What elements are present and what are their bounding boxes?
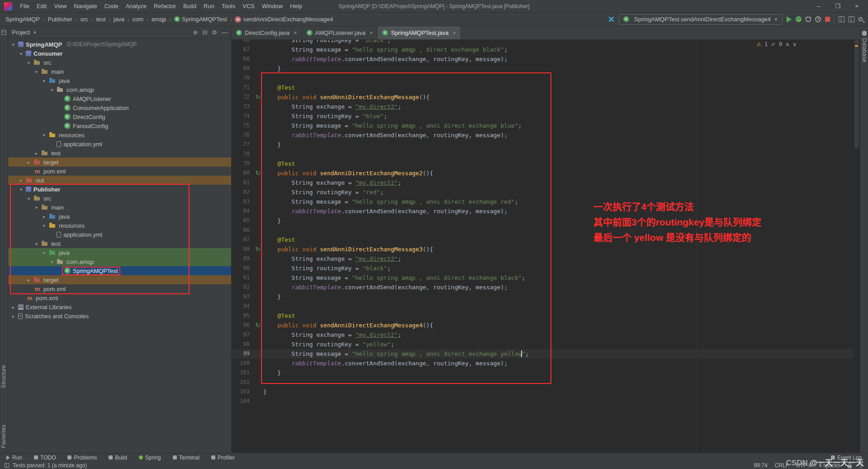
breadcrumb-item-com[interactable]: com: [133, 16, 144, 23]
code-line-97[interactable]: 97 String exchange = "my.direct2";: [232, 330, 854, 340]
chevron-down-icon[interactable]: ▾: [25, 60, 32, 65]
minimize-icon[interactable]: –: [809, 0, 828, 12]
structure-toolwindow-button[interactable]: Structure: [0, 365, 7, 388]
tree-item-com-amqp[interactable]: ▾com.amqp: [8, 85, 231, 94]
hide-panel-icon[interactable]: —: [222, 29, 228, 36]
tab-directconfig-java[interactable]: CDirectConfig.java×: [232, 26, 302, 39]
code-line-77[interactable]: 77 }: [232, 140, 854, 149]
chevron-down-icon[interactable]: ▾: [33, 205, 40, 210]
chevron-down-icon[interactable]: ▾: [48, 259, 55, 264]
breadcrumb-item-springamqp[interactable]: SpringAMQP: [5, 16, 40, 23]
tree-item-consumerapplication[interactable]: CConsumerApplication: [8, 103, 231, 112]
tree-item-amqplistener[interactable]: CAMQPListener: [8, 94, 231, 103]
tab-springamqptest-java[interactable]: CSpringAMQPTest.java×: [378, 26, 461, 39]
code-line-98[interactable]: 98 String routingKey = "yellow";: [232, 340, 854, 349]
code-line-71[interactable]: 71 @Test: [232, 83, 854, 92]
menu-build[interactable]: Build: [180, 0, 200, 12]
code-line-91[interactable]: 91 String message = "hello spring amqp ,…: [232, 273, 854, 282]
code-line-79[interactable]: 79 @Test: [232, 159, 854, 168]
chevron-down-icon[interactable]: ▾: [33, 241, 40, 246]
project-toolwindow-icon[interactable]: [1, 30, 6, 35]
breadcrumb-item-amqp[interactable]: amqp: [152, 16, 166, 23]
breadcrumb-item-src[interactable]: src: [80, 16, 88, 23]
tree-item-test[interactable]: ▸test: [8, 148, 231, 158]
stop-button[interactable]: [825, 17, 830, 22]
toolwindow-button-problems[interactable]: Problems: [67, 455, 97, 461]
run-button[interactable]: [787, 16, 792, 23]
chevron-right-icon[interactable]: ▸: [10, 305, 17, 310]
tree-item-out[interactable]: ▸out: [8, 176, 231, 185]
menu-tools[interactable]: Tools: [218, 0, 239, 12]
toolwindow-button-profiler[interactable]: Profiler: [211, 455, 235, 461]
chevron-down-icon[interactable]: ▾: [41, 223, 47, 228]
code-line-102[interactable]: 102: [232, 378, 854, 387]
menu-vcs[interactable]: VCS: [239, 0, 258, 12]
tree-item-springamqp[interactable]: ▾SpringAMQPD:\IDEAProject\SpringAMQP: [8, 40, 231, 49]
code-line-94[interactable]: 94: [232, 302, 854, 311]
tree-item-test[interactable]: ▾test: [8, 239, 231, 248]
menu-window[interactable]: Window: [258, 0, 286, 12]
tree-item-application-yml[interactable]: application.yml: [8, 230, 231, 239]
chevron-right-icon[interactable]: ▸: [25, 160, 32, 165]
code-line-99[interactable]: 99 String message = "hello spring amqp ,…: [232, 349, 854, 359]
code-line-81[interactable]: 81 String exchange = "my.direct2";: [232, 178, 854, 187]
toolwindow-switcher-icon[interactable]: [5, 463, 9, 468]
code-line-80[interactable]: 80↻ public void sendAnniDirectExchangMes…: [232, 168, 854, 178]
toolwindow-button-run[interactable]: Run: [6, 455, 22, 461]
code-line-75[interactable]: 75 String message = "hello spring amqp ,…: [232, 121, 854, 130]
menu-file[interactable]: File: [16, 0, 33, 12]
chevron-right-icon[interactable]: ▸: [18, 178, 24, 183]
editor-scrollbar[interactable]: [854, 40, 859, 148]
menu-code[interactable]: Code: [101, 0, 122, 12]
run-test-icon[interactable]: ↻: [252, 321, 263, 330]
debug-button[interactable]: [796, 16, 802, 22]
menu-refactor[interactable]: Refactor: [150, 0, 180, 12]
code-line-69[interactable]: 69 }: [232, 64, 854, 73]
breadcrumb-item-test[interactable]: test: [96, 16, 105, 23]
code-line-96[interactable]: 96↻ public void sendAnniDirectExchangMes…: [232, 321, 854, 330]
tree-item-main[interactable]: ▾main: [8, 203, 231, 212]
chevron-right-icon[interactable]: ▸: [33, 151, 40, 156]
tree-item-resources[interactable]: ▾resources: [8, 130, 231, 139]
tree-item-target[interactable]: ▸target: [8, 158, 231, 167]
code-line-101[interactable]: 101 }: [232, 368, 854, 378]
caret-position[interactable]: 99:74: [754, 462, 768, 469]
breadcrumb-item-sendannidirectexchangmessage4[interactable]: msendAnniDirectExchangMessage4: [235, 16, 333, 23]
tree-item-pom-xml[interactable]: mpom.xml: [8, 284, 231, 293]
next-problem-icon[interactable]: ∨: [792, 41, 797, 48]
locate-file-icon[interactable]: ⊕: [193, 29, 198, 36]
menu-analyze[interactable]: Analyze: [122, 0, 150, 12]
code-line-76[interactable]: 76 rabbitTemplate.convertAndSend(exchang…: [232, 130, 854, 140]
tree-item-java[interactable]: ▾java: [8, 76, 231, 85]
tree-item-pom-xml[interactable]: mpom.xml: [8, 293, 231, 302]
menu-edit[interactable]: Edit: [33, 0, 50, 12]
tab-close-icon[interactable]: ×: [294, 29, 297, 36]
run-configuration-select[interactable]: C SpringAMQPTest.sendAnniDirectExchangMe…: [619, 14, 783, 25]
profiler-button[interactable]: [815, 16, 821, 22]
tree-item-directconfig[interactable]: CDirectConfig: [8, 112, 231, 121]
tree-item-src[interactable]: ▾src: [8, 194, 231, 203]
maximize-icon[interactable]: ❒: [828, 0, 847, 12]
chevron-down-icon[interactable]: ▾: [18, 187, 24, 192]
code-line-89[interactable]: 89 String exchange = "my.direct2";: [232, 254, 854, 263]
database-toolwindow-button[interactable]: Database: [861, 38, 868, 62]
tree-item-publisher[interactable]: ▾Publisher: [8, 185, 231, 194]
code-line-68[interactable]: 68 rabbitTemplate.convertAndSend(exchang…: [232, 54, 854, 64]
run-test-icon[interactable]: ↻: [252, 168, 263, 178]
close-icon[interactable]: ×: [847, 0, 866, 12]
code-line-93[interactable]: 93 }: [232, 292, 854, 302]
menu-run[interactable]: Run: [200, 0, 218, 12]
code-line-78[interactable]: 78: [232, 149, 854, 159]
chevron-down-icon[interactable]: ▾: [48, 87, 55, 92]
toolwindow-button-spring[interactable]: Spring: [139, 455, 161, 461]
chevron-right-icon[interactable]: ▸: [41, 214, 47, 219]
favorites-toolwindow-button[interactable]: Favorites: [0, 425, 7, 448]
code-line-70[interactable]: 70: [232, 73, 854, 83]
build-tools-icon[interactable]: [608, 16, 615, 23]
chevron-down-icon[interactable]: ▾: [33, 69, 40, 74]
tab-close-icon[interactable]: ×: [370, 29, 373, 36]
tree-item-com-amqp[interactable]: ▾com.amqp: [8, 257, 231, 266]
settings-gear-icon[interactable]: ⚙: [212, 29, 217, 36]
tab-close-icon[interactable]: ×: [453, 29, 456, 36]
tree-item-java[interactable]: ▾java: [8, 248, 231, 257]
